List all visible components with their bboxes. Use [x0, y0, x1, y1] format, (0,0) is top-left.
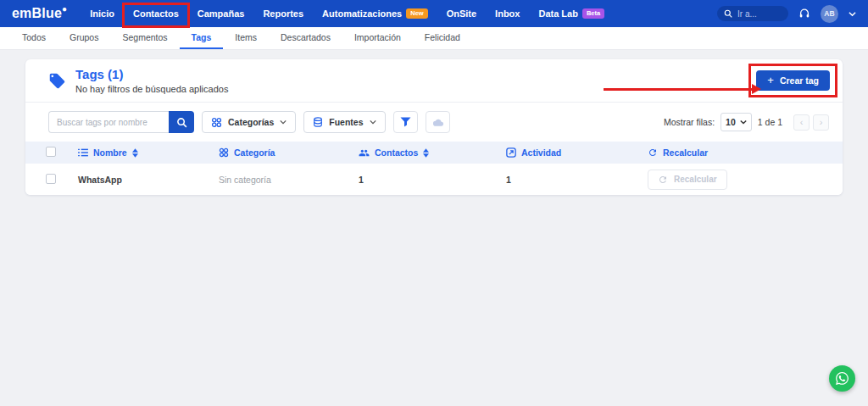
- chevron-down-icon: [280, 120, 287, 125]
- list-icon: [78, 148, 88, 157]
- top-navbar: emBlue● Inicio Contactos Campañas Report…: [0, 0, 868, 27]
- database-icon: [313, 117, 323, 128]
- rows-per-page-select[interactable]: 10: [721, 113, 752, 131]
- nav-item-campanas[interactable]: Campañas: [188, 0, 254, 27]
- annotation-box-create-tag: + Crear tag: [748, 64, 837, 97]
- prev-page-button[interactable]: ‹: [793, 114, 810, 131]
- annotation-arrow: [604, 84, 761, 94]
- categories-dropdown[interactable]: Categorías: [202, 111, 296, 133]
- tab-grupos[interactable]: Grupos: [58, 27, 110, 49]
- tag-contacts-cell: 1: [359, 175, 506, 185]
- new-badge: New: [406, 8, 427, 19]
- nav-item-inicio[interactable]: Inicio: [81, 0, 124, 27]
- cloud-download-icon: [431, 118, 444, 127]
- column-header-categoria[interactable]: Categoría: [219, 147, 359, 158]
- tab-importacion[interactable]: Importación: [342, 27, 413, 49]
- tab-todos[interactable]: Todos: [10, 27, 58, 49]
- avatar[interactable]: AB: [821, 5, 838, 23]
- tags-card: Tags (1) No hay filtros de búsqueda apli…: [25, 59, 843, 195]
- tab-items[interactable]: Items: [223, 27, 269, 49]
- row-checkbox[interactable]: [46, 174, 56, 184]
- logo-dot: ●: [62, 4, 67, 14]
- categories-grid-icon: [211, 117, 222, 128]
- next-page-button[interactable]: ›: [813, 114, 829, 131]
- filter-status-text: No hay filtros de búsqueda aplicados: [75, 84, 228, 94]
- nav-item-inbox[interactable]: Inbox: [486, 0, 529, 27]
- nav-item-datalab[interactable]: Data Lab Beta: [529, 0, 614, 27]
- table-row: WhatsApp Sin categoría 1 1 Recalcular: [25, 164, 843, 195]
- column-header-recalcular[interactable]: Recalcular: [648, 147, 843, 158]
- categories-grid-icon: [219, 147, 229, 158]
- filter-button[interactable]: [393, 111, 418, 133]
- nav-item-automatizaciones[interactable]: Automatizaciones New: [313, 0, 437, 27]
- emblue-logo[interactable]: emBlue●: [12, 6, 67, 21]
- tag-icon: [48, 72, 66, 90]
- chevron-down-icon: [740, 120, 747, 125]
- tab-felicidad[interactable]: Felicidad: [413, 27, 472, 49]
- people-icon: [359, 148, 370, 158]
- tab-descartados[interactable]: Descartados: [269, 27, 342, 49]
- tag-activity-cell: 1: [506, 175, 648, 185]
- contacts-tab-bar: Todos Grupos Segmentos Tags Items Descar…: [0, 27, 868, 50]
- whatsapp-fab[interactable]: [829, 365, 855, 392]
- tab-segmentos[interactable]: Segmentos: [110, 27, 179, 49]
- page-title: Tags (1): [75, 67, 228, 81]
- tag-category-cell: Sin categoría: [219, 175, 359, 185]
- headset-icon[interactable]: [798, 8, 810, 19]
- nav-item-reportes[interactable]: Reportes: [253, 0, 313, 27]
- rows-per-page-label: Mostrar filas:: [664, 117, 715, 127]
- whatsapp-icon: [835, 371, 849, 386]
- chevron-down-icon[interactable]: [849, 11, 856, 17]
- refresh-icon: [658, 175, 668, 185]
- search-icon: [176, 117, 187, 128]
- search-icon: [724, 9, 732, 18]
- select-all-checkbox[interactable]: [46, 147, 56, 157]
- table-toolbar: Categorías Fuentes Mostrar filas: 10 1 d…: [25, 103, 843, 142]
- recalculate-button[interactable]: Recalcular: [648, 170, 727, 190]
- card-header: Tags (1) No hay filtros de búsqueda apli…: [25, 59, 843, 103]
- tab-tags[interactable]: Tags: [180, 27, 224, 49]
- global-search: [717, 6, 788, 21]
- funnel-icon: [400, 117, 411, 127]
- export-button[interactable]: [426, 111, 450, 133]
- page-range: 1 de 1: [758, 117, 782, 127]
- sort-contactos[interactable]: [423, 148, 429, 158]
- column-header-contactos[interactable]: Contactos: [359, 147, 506, 158]
- nav-item-onsite[interactable]: OnSite: [437, 0, 486, 27]
- activity-icon: [506, 147, 516, 158]
- plus-icon: +: [767, 76, 774, 85]
- column-header-nombre[interactable]: Nombre: [78, 147, 219, 158]
- nav-item-contactos[interactable]: Contactos: [124, 0, 188, 27]
- sources-dropdown[interactable]: Fuentes: [303, 111, 385, 133]
- create-tag-button[interactable]: + Crear tag: [756, 70, 830, 91]
- tag-name-cell[interactable]: WhatsApp: [78, 175, 219, 185]
- sort-nombre[interactable]: [132, 148, 138, 158]
- refresh-icon: [648, 147, 658, 158]
- column-header-actividad[interactable]: Actividad: [506, 147, 648, 158]
- chevron-down-icon: [370, 120, 376, 125]
- tag-search-input[interactable]: [48, 111, 169, 133]
- tag-search-button[interactable]: [169, 111, 194, 133]
- beta-badge: Beta: [582, 8, 604, 19]
- table-header: Nombre Categoría Contactos Actividad Rec…: [25, 142, 843, 164]
